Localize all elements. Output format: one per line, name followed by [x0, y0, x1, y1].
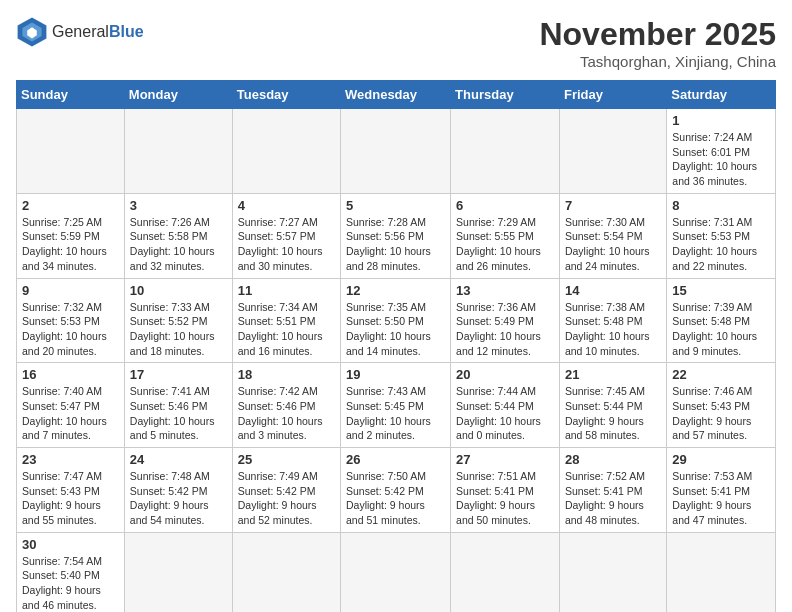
day-info: Sunrise: 7:50 AM Sunset: 5:42 PM Dayligh… — [346, 469, 445, 528]
calendar-week-row: 23Sunrise: 7:47 AM Sunset: 5:43 PM Dayli… — [17, 448, 776, 533]
day-info: Sunrise: 7:31 AM Sunset: 5:53 PM Dayligh… — [672, 215, 770, 274]
day-number: 29 — [672, 452, 770, 467]
day-info: Sunrise: 7:33 AM Sunset: 5:52 PM Dayligh… — [130, 300, 227, 359]
calendar-day-cell: 17Sunrise: 7:41 AM Sunset: 5:46 PM Dayli… — [124, 363, 232, 448]
title-block: November 2025 Tashqorghan, Xinjiang, Chi… — [539, 16, 776, 70]
calendar-header-thursday: Thursday — [451, 81, 560, 109]
calendar-day-cell: 9Sunrise: 7:32 AM Sunset: 5:53 PM Daylig… — [17, 278, 125, 363]
calendar-day-cell: 19Sunrise: 7:43 AM Sunset: 5:45 PM Dayli… — [341, 363, 451, 448]
calendar-day-cell — [667, 532, 776, 612]
calendar-header-saturday: Saturday — [667, 81, 776, 109]
day-number: 17 — [130, 367, 227, 382]
calendar-header-sunday: Sunday — [17, 81, 125, 109]
calendar-week-row: 1Sunrise: 7:24 AM Sunset: 6:01 PM Daylig… — [17, 109, 776, 194]
calendar-day-cell: 4Sunrise: 7:27 AM Sunset: 5:57 PM Daylig… — [232, 193, 340, 278]
day-number: 11 — [238, 283, 335, 298]
day-info: Sunrise: 7:53 AM Sunset: 5:41 PM Dayligh… — [672, 469, 770, 528]
day-number: 16 — [22, 367, 119, 382]
calendar-day-cell — [559, 109, 666, 194]
day-number: 30 — [22, 537, 119, 552]
general-blue-logo-icon — [16, 16, 48, 48]
day-info: Sunrise: 7:24 AM Sunset: 6:01 PM Dayligh… — [672, 130, 770, 189]
calendar-header-row: SundayMondayTuesdayWednesdayThursdayFrid… — [17, 81, 776, 109]
calendar-day-cell: 2Sunrise: 7:25 AM Sunset: 5:59 PM Daylig… — [17, 193, 125, 278]
day-info: Sunrise: 7:32 AM Sunset: 5:53 PM Dayligh… — [22, 300, 119, 359]
calendar-day-cell: 10Sunrise: 7:33 AM Sunset: 5:52 PM Dayli… — [124, 278, 232, 363]
calendar-week-row: 2Sunrise: 7:25 AM Sunset: 5:59 PM Daylig… — [17, 193, 776, 278]
calendar-day-cell — [232, 109, 340, 194]
location: Tashqorghan, Xinjiang, China — [539, 53, 776, 70]
calendar-day-cell: 15Sunrise: 7:39 AM Sunset: 5:48 PM Dayli… — [667, 278, 776, 363]
day-info: Sunrise: 7:54 AM Sunset: 5:40 PM Dayligh… — [22, 554, 119, 612]
calendar-day-cell: 20Sunrise: 7:44 AM Sunset: 5:44 PM Dayli… — [451, 363, 560, 448]
calendar-day-cell: 6Sunrise: 7:29 AM Sunset: 5:55 PM Daylig… — [451, 193, 560, 278]
day-number: 15 — [672, 283, 770, 298]
day-info: Sunrise: 7:38 AM Sunset: 5:48 PM Dayligh… — [565, 300, 661, 359]
calendar-day-cell: 30Sunrise: 7:54 AM Sunset: 5:40 PM Dayli… — [17, 532, 125, 612]
calendar-day-cell: 1Sunrise: 7:24 AM Sunset: 6:01 PM Daylig… — [667, 109, 776, 194]
calendar-week-row: 9Sunrise: 7:32 AM Sunset: 5:53 PM Daylig… — [17, 278, 776, 363]
day-info: Sunrise: 7:36 AM Sunset: 5:49 PM Dayligh… — [456, 300, 554, 359]
page-header: GeneralBlue November 2025 Tashqorghan, X… — [16, 16, 776, 70]
calendar-day-cell: 14Sunrise: 7:38 AM Sunset: 5:48 PM Dayli… — [559, 278, 666, 363]
calendar-day-cell: 21Sunrise: 7:45 AM Sunset: 5:44 PM Dayli… — [559, 363, 666, 448]
day-number: 7 — [565, 198, 661, 213]
day-number: 27 — [456, 452, 554, 467]
calendar-header-friday: Friday — [559, 81, 666, 109]
logo: GeneralBlue — [16, 16, 144, 48]
day-info: Sunrise: 7:34 AM Sunset: 5:51 PM Dayligh… — [238, 300, 335, 359]
calendar-day-cell — [451, 109, 560, 194]
calendar-day-cell — [451, 532, 560, 612]
day-number: 23 — [22, 452, 119, 467]
calendar-day-cell: 24Sunrise: 7:48 AM Sunset: 5:42 PM Dayli… — [124, 448, 232, 533]
calendar-day-cell: 5Sunrise: 7:28 AM Sunset: 5:56 PM Daylig… — [341, 193, 451, 278]
logo-text: GeneralBlue — [52, 23, 144, 41]
day-number: 3 — [130, 198, 227, 213]
calendar-day-cell — [17, 109, 125, 194]
calendar-day-cell: 11Sunrise: 7:34 AM Sunset: 5:51 PM Dayli… — [232, 278, 340, 363]
day-info: Sunrise: 7:27 AM Sunset: 5:57 PM Dayligh… — [238, 215, 335, 274]
day-info: Sunrise: 7:39 AM Sunset: 5:48 PM Dayligh… — [672, 300, 770, 359]
day-info: Sunrise: 7:28 AM Sunset: 5:56 PM Dayligh… — [346, 215, 445, 274]
month-title: November 2025 — [539, 16, 776, 53]
calendar-table: SundayMondayTuesdayWednesdayThursdayFrid… — [16, 80, 776, 612]
day-number: 20 — [456, 367, 554, 382]
day-number: 21 — [565, 367, 661, 382]
calendar-day-cell: 13Sunrise: 7:36 AM Sunset: 5:49 PM Dayli… — [451, 278, 560, 363]
day-number: 28 — [565, 452, 661, 467]
calendar-day-cell: 27Sunrise: 7:51 AM Sunset: 5:41 PM Dayli… — [451, 448, 560, 533]
calendar-week-row: 30Sunrise: 7:54 AM Sunset: 5:40 PM Dayli… — [17, 532, 776, 612]
day-info: Sunrise: 7:35 AM Sunset: 5:50 PM Dayligh… — [346, 300, 445, 359]
day-number: 9 — [22, 283, 119, 298]
day-info: Sunrise: 7:52 AM Sunset: 5:41 PM Dayligh… — [565, 469, 661, 528]
calendar-day-cell: 8Sunrise: 7:31 AM Sunset: 5:53 PM Daylig… — [667, 193, 776, 278]
day-info: Sunrise: 7:46 AM Sunset: 5:43 PM Dayligh… — [672, 384, 770, 443]
day-info: Sunrise: 7:49 AM Sunset: 5:42 PM Dayligh… — [238, 469, 335, 528]
day-info: Sunrise: 7:26 AM Sunset: 5:58 PM Dayligh… — [130, 215, 227, 274]
day-info: Sunrise: 7:41 AM Sunset: 5:46 PM Dayligh… — [130, 384, 227, 443]
day-number: 19 — [346, 367, 445, 382]
calendar-day-cell: 3Sunrise: 7:26 AM Sunset: 5:58 PM Daylig… — [124, 193, 232, 278]
day-number: 2 — [22, 198, 119, 213]
calendar-day-cell — [232, 532, 340, 612]
calendar-header-wednesday: Wednesday — [341, 81, 451, 109]
day-number: 14 — [565, 283, 661, 298]
calendar-header-monday: Monday — [124, 81, 232, 109]
calendar-day-cell — [559, 532, 666, 612]
calendar-day-cell: 7Sunrise: 7:30 AM Sunset: 5:54 PM Daylig… — [559, 193, 666, 278]
calendar-day-cell — [124, 109, 232, 194]
day-info: Sunrise: 7:47 AM Sunset: 5:43 PM Dayligh… — [22, 469, 119, 528]
day-number: 25 — [238, 452, 335, 467]
calendar-day-cell: 26Sunrise: 7:50 AM Sunset: 5:42 PM Dayli… — [341, 448, 451, 533]
day-info: Sunrise: 7:48 AM Sunset: 5:42 PM Dayligh… — [130, 469, 227, 528]
day-info: Sunrise: 7:30 AM Sunset: 5:54 PM Dayligh… — [565, 215, 661, 274]
day-info: Sunrise: 7:45 AM Sunset: 5:44 PM Dayligh… — [565, 384, 661, 443]
day-info: Sunrise: 7:40 AM Sunset: 5:47 PM Dayligh… — [22, 384, 119, 443]
day-number: 26 — [346, 452, 445, 467]
calendar-day-cell: 25Sunrise: 7:49 AM Sunset: 5:42 PM Dayli… — [232, 448, 340, 533]
day-number: 24 — [130, 452, 227, 467]
calendar-day-cell — [124, 532, 232, 612]
day-info: Sunrise: 7:44 AM Sunset: 5:44 PM Dayligh… — [456, 384, 554, 443]
calendar-day-cell — [341, 109, 451, 194]
day-number: 22 — [672, 367, 770, 382]
